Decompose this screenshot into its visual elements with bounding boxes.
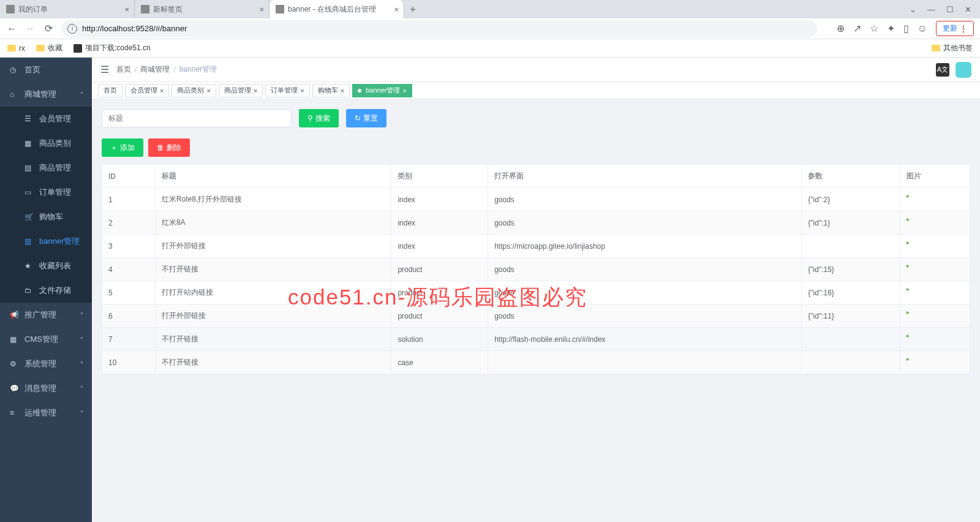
table-row[interactable]: 2红米8Aindexgoods{"id":1} [102, 211, 970, 235]
menu-icon: ▭ [24, 188, 33, 197]
tab-close-icon[interactable]: × [259, 5, 264, 14]
reset-button[interactable]: ↻ 重置 [346, 109, 386, 127]
delete-button[interactable]: 🗑 删除 [148, 138, 190, 157]
browser-tab[interactable]: 新标签页× [135, 0, 270, 18]
tab-label: 新标签页 [153, 4, 183, 15]
table-cell: product [391, 258, 488, 281]
menu-icon: ▦ [24, 139, 33, 148]
sidebar-item[interactable]: ★收藏列表 [0, 254, 92, 278]
table-row[interactable]: 5打打开站内链接productgoods{"id":16} [102, 281, 970, 304]
site-info-icon[interactable]: i [67, 24, 77, 34]
breadcrumb-item[interactable]: 首页 [116, 64, 131, 75]
table-cell: goods [488, 258, 802, 281]
table-row[interactable]: 7不打开链接solutionhttp://flash-mobile.enilu.… [102, 328, 970, 351]
sidebar-item[interactable]: ▦CMS管理˅ [0, 327, 92, 352]
table-row[interactable]: 6打开外部链接productgoods{"id":11} [102, 304, 970, 328]
sidebar-item[interactable]: ▤商品管理 [0, 156, 92, 180]
view-tag[interactable]: 购物车× [312, 84, 350, 97]
tag-close-icon[interactable]: × [160, 87, 164, 94]
search-input[interactable] [102, 109, 292, 127]
forward-button[interactable]: → [24, 23, 36, 34]
table-cell: 10 [102, 351, 156, 374]
sidebar-item[interactable]: 📢推广管理˅ [0, 303, 92, 327]
table-cell: 2 [102, 211, 156, 235]
broken-image-icon [907, 334, 915, 342]
view-tag[interactable]: banner管理× [352, 84, 412, 97]
share-icon[interactable]: ↗ [853, 23, 861, 34]
bookmark-fav[interactable]: 收藏 [36, 43, 62, 53]
reload-button[interactable]: ⟳ [43, 23, 54, 34]
folder-icon [7, 45, 16, 51]
view-tag[interactable]: 首页 [98, 84, 123, 97]
table-cell: 打打开站内链接 [155, 281, 391, 304]
window-close-button[interactable]: ✕ [965, 5, 971, 14]
sidebar-item[interactable]: 🛒购物车 [0, 205, 92, 229]
tag-label: 购物车 [318, 86, 338, 95]
tag-close-icon[interactable]: × [300, 87, 304, 94]
breadcrumb-item: banner管理 [179, 64, 217, 75]
chevron-icon: ˅ [80, 410, 83, 417]
extensions-icon[interactable]: ✦ [887, 23, 895, 34]
avatar[interactable] [956, 62, 971, 78]
sidebar-item[interactable]: ☰会员管理 [0, 107, 92, 131]
view-tag[interactable]: 会员管理× [125, 84, 169, 97]
tag-close-icon[interactable]: × [206, 87, 210, 94]
view-tag[interactable]: 订单管理× [265, 84, 309, 97]
tab-label: banner - 在线商城后台管理 [288, 4, 376, 15]
browser-update-button[interactable]: 更新 [936, 21, 974, 36]
browser-tab[interactable]: banner - 在线商城后台管理× [270, 0, 404, 18]
table-cell: 3 [102, 235, 156, 258]
sidebar-item[interactable]: ▦商品类别 [0, 131, 92, 156]
menu-icon: ☰ [24, 115, 33, 123]
sidebar-item[interactable]: 🗀文件存储 [0, 278, 92, 303]
table-row[interactable]: 3打开外部链接indexhttps://microapp.gitee.io/li… [102, 235, 970, 258]
tag-close-icon[interactable]: × [402, 87, 406, 94]
language-toggle[interactable]: A文 [936, 63, 949, 77]
bookmark-rx[interactable]: rx [7, 44, 25, 53]
broken-image-icon [907, 311, 915, 319]
table-cell: 红米8A [155, 211, 391, 235]
view-tag[interactable]: 商品类别× [172, 84, 216, 97]
table-row[interactable]: 1红米Rote8,打开外部链接indexgoods{"id":2} [102, 188, 970, 211]
new-tab-button[interactable]: ＋ [404, 3, 421, 16]
window-minimize-button[interactable]: — [927, 5, 935, 14]
table-row[interactable]: 10不打开链接case [102, 351, 970, 374]
bookmark-code51[interactable]: 项目下载:code51.cn [74, 43, 151, 53]
sidebar-item-label: 消息管理 [24, 383, 56, 394]
sidebar-item[interactable]: ▥banner管理 [0, 229, 92, 254]
breadcrumb-item[interactable]: 商城管理 [140, 64, 170, 75]
tab-close-icon[interactable]: × [124, 5, 129, 14]
table-cell-image [900, 328, 970, 351]
tab-close-icon[interactable]: × [394, 5, 399, 14]
browser-tab[interactable]: 我的订单× [0, 0, 135, 18]
table-cell-image [900, 258, 970, 281]
window-maximize-button[interactable]: ☐ [946, 5, 954, 14]
sidebar-item[interactable]: ▭订单管理 [0, 180, 92, 205]
sidebar-item[interactable]: ⚙系统管理˅ [0, 352, 92, 376]
sidebar-item-label: 收藏列表 [39, 260, 71, 271]
menu-icon: ≡ [10, 409, 18, 417]
other-bookmarks[interactable]: 其他书签 [932, 43, 973, 53]
tag-close-icon[interactable]: × [254, 87, 257, 94]
sidebar-item[interactable]: ◷首页 [0, 58, 92, 82]
search-page-icon[interactable]: ⊕ [837, 23, 845, 34]
back-button[interactable]: ← [6, 23, 17, 34]
url-bar[interactable]: i http://localhost:9528/#/banner [61, 20, 817, 37]
table-cell: 6 [102, 304, 156, 328]
hamburger-icon[interactable]: ☰ [100, 64, 109, 75]
table-row[interactable]: 4不打开链接productgoods{"id":15} [102, 258, 970, 281]
sidebar-item[interactable]: ≡运维管理˅ [0, 401, 92, 425]
table-cell [802, 328, 900, 351]
bookmark-star-icon[interactable]: ☆ [870, 23, 878, 34]
add-button[interactable]: ＋ 添加 [102, 138, 143, 157]
sidebar-item[interactable]: 💬消息管理˅ [0, 376, 92, 401]
window-chevron-icon[interactable]: ⌄ [910, 5, 916, 14]
view-tag[interactable]: 商品管理× [219, 84, 263, 97]
table-header: 打开界面 [488, 165, 802, 188]
profile-icon[interactable]: ☺ [918, 23, 927, 34]
tag-close-icon[interactable]: × [341, 87, 344, 94]
side-panel-icon[interactable]: ▯ [903, 23, 909, 34]
menu-icon: ▤ [24, 164, 33, 172]
sidebar-item[interactable]: ⌂商城管理˄ [0, 82, 92, 107]
search-button[interactable]: ⚲ 搜索 [299, 109, 339, 127]
